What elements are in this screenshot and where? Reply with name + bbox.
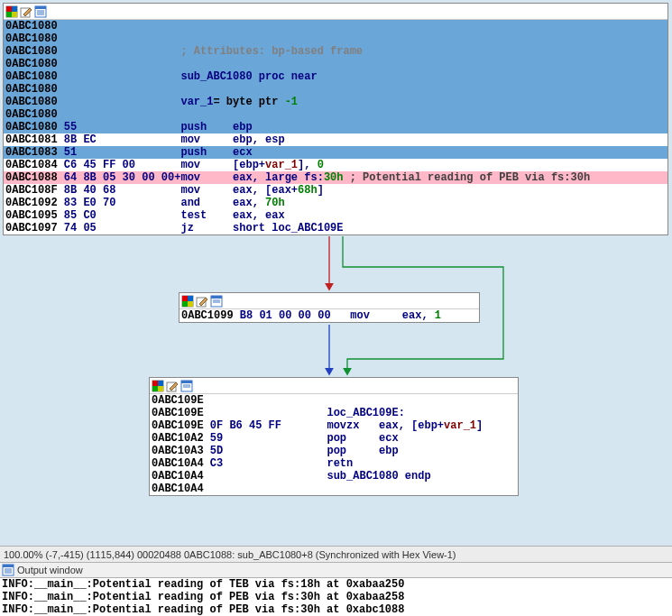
svg-rect-15 (188, 301, 193, 307)
disasm-row[interactable]: 0ABC1097 74 05 jz short loc_ABC109E (4, 222, 667, 234)
output-line: INFO:__main__:Potential reading of PEB v… (0, 603, 672, 616)
disasm-graph-area[interactable]: 0ABC1080 0ABC1080 0ABC1080 ; Attributes:… (0, 0, 672, 545)
svg-rect-4 (12, 12, 17, 17)
svg-rect-32 (3, 565, 14, 567)
disasm-row[interactable]: 0ABC1080 55 push ebp (4, 121, 667, 133)
disasm-row[interactable]: 0ABC109E 0F B6 45 FF movzx eax, [ebp+var… (150, 419, 518, 432)
disasm-row[interactable]: 0ABC10A4 C3 retn (150, 457, 518, 470)
disasm-row[interactable]: 0ABC1099 B8 01 00 00 00 mov eax, 1 (180, 309, 479, 322)
node1-body[interactable]: 0ABC1080 0ABC1080 0ABC1080 ; Attributes:… (4, 20, 667, 234)
disasm-row[interactable]: 0ABC109E (150, 394, 518, 407)
svg-rect-12 (182, 296, 188, 301)
svg-rect-18 (211, 296, 222, 299)
disasm-row[interactable]: 0ABC1080 (4, 108, 667, 121)
graph-node-loc[interactable]: 0ABC109E 0ABC109E loc_ABC109E:0ABC109E 0… (149, 377, 519, 496)
node2-body[interactable]: 0ABC1099 B8 01 00 00 00 mov eax, 1 (180, 309, 479, 322)
status-bar: 100.00% (-7,-415) (1115,844) 00020488 0A… (0, 546, 672, 562)
edit-icon (166, 380, 179, 392)
color-icon (5, 5, 18, 18)
disasm-row[interactable]: 0ABC1083 51 push ecx (4, 146, 667, 159)
output-title-label: Output window (17, 562, 83, 578)
window-icon (34, 5, 47, 18)
svg-rect-14 (182, 301, 188, 307)
svg-rect-28 (181, 381, 192, 383)
svg-rect-1 (6, 6, 12, 12)
node-header (180, 293, 479, 309)
edit-icon (196, 295, 208, 308)
edit-icon (20, 5, 32, 18)
disasm-row[interactable]: 0ABC1080 var_1= byte ptr -1 (4, 96, 667, 108)
disasm-row[interactable]: 0ABC1080 (4, 58, 667, 70)
svg-rect-24 (152, 386, 158, 391)
window-icon (180, 380, 193, 392)
color-icon (181, 295, 194, 308)
svg-rect-13 (188, 296, 193, 301)
svg-rect-2 (12, 6, 17, 12)
node-header (150, 378, 518, 394)
disasm-row[interactable]: 0ABC1081 8B EC mov ebp, esp (4, 133, 667, 146)
disasm-row[interactable]: 0ABC1080 ; Attributes: bp-based frame (4, 45, 667, 58)
svg-rect-7 (35, 6, 46, 9)
status-text: 100.00% (-7,-415) (1115,844) 00020488 0A… (4, 549, 456, 560)
disasm-row[interactable]: 0ABC1080 (4, 83, 667, 96)
output-line: INFO:__main__:Potential reading of PEB v… (0, 591, 672, 603)
graph-node-main[interactable]: 0ABC1080 0ABC1080 0ABC1080 ; Attributes:… (3, 3, 668, 235)
disasm-row[interactable]: 0ABC10A3 5D pop ebp (150, 445, 518, 457)
disasm-row[interactable]: 0ABC1080 (4, 20, 667, 32)
output-window-title[interactable]: Output window (0, 562, 672, 578)
disasm-row[interactable]: 0ABC109E loc_ABC109E: (150, 407, 518, 419)
disasm-row[interactable]: 0ABC10A2 59 pop ecx (150, 432, 518, 445)
window-icon (210, 295, 223, 308)
output-icon (2, 564, 14, 576)
output-line: INFO:__main__:Potential reading of TEB v… (0, 578, 672, 591)
disasm-row[interactable]: 0ABC108F 8B 40 68 mov eax, [eax+68h] (4, 184, 667, 197)
disasm-row[interactable]: 0ABC1095 85 C0 test eax, eax (4, 209, 667, 222)
disasm-row[interactable]: 0ABC10A4 (150, 483, 518, 495)
node3-body[interactable]: 0ABC109E 0ABC109E loc_ABC109E:0ABC109E 0… (150, 394, 518, 495)
output-window-body[interactable]: INFO:__main__:Potential Anti-VM techniqu… (0, 578, 672, 616)
disasm-row[interactable]: 0ABC1092 83 E0 70 and eax, 70h (4, 197, 667, 209)
svg-rect-25 (158, 386, 163, 391)
node-header (4, 4, 667, 20)
disasm-row[interactable]: 0ABC1080 sub_ABC1080 proc near (4, 70, 667, 83)
svg-rect-23 (158, 381, 163, 386)
disasm-row[interactable]: 0ABC10A4 sub_ABC1080 endp (150, 470, 518, 483)
disasm-row[interactable]: 0ABC1080 (4, 32, 667, 45)
disasm-row[interactable]: 0ABC1084 C6 45 FF 00 mov [ebp+var_1], 0 (4, 159, 667, 171)
graph-node-branch1[interactable]: 0ABC1099 B8 01 00 00 00 mov eax, 1 (179, 292, 480, 323)
disasm-row[interactable]: 0ABC1088 64 8B 05 30 00 00+mov eax, larg… (4, 171, 667, 184)
svg-rect-3 (6, 12, 12, 17)
svg-rect-22 (152, 381, 158, 386)
color-icon (152, 380, 164, 392)
